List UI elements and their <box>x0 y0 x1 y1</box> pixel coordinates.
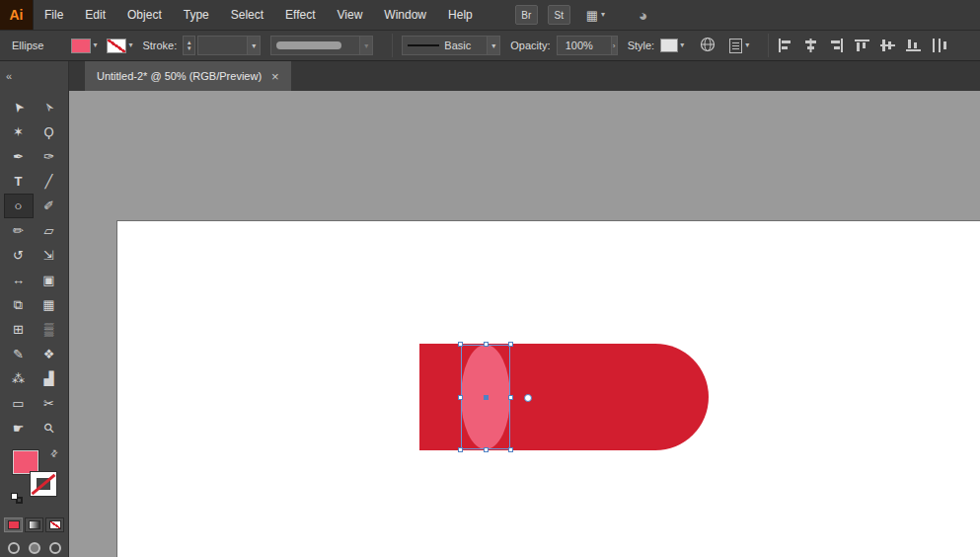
fill-color-picker[interactable]: ▾ <box>71 39 97 53</box>
tool-eyedropper[interactable]: ✎ <box>4 342 34 366</box>
tool-gradient[interactable]: ▒ <box>35 317 64 342</box>
document-tab[interactable]: Untitled-2* @ 50% (RGB/Preview) × <box>85 61 291 91</box>
close-tab-icon[interactable]: × <box>271 70 279 83</box>
draw-normal-icon[interactable] <box>8 542 20 554</box>
draw-behind-icon[interactable] <box>29 542 40 554</box>
tab-row: « Untitled-2* @ 50% (RGB/Preview) × <box>0 61 980 91</box>
paintbrush-tool-icon: ✐ <box>43 199 54 212</box>
none-button[interactable] <box>45 517 64 532</box>
bridge-button[interactable]: Br <box>515 5 538 25</box>
stroke-color-indicator[interactable] <box>31 472 56 496</box>
tool-curvature[interactable]: ✑ <box>35 144 64 169</box>
tool-pencil[interactable]: ✏ <box>4 218 34 243</box>
tool-type[interactable]: T <box>4 169 34 194</box>
style-label: Style: <box>628 40 655 51</box>
graphic-style-swatch-icon <box>660 39 678 52</box>
stock-button[interactable]: St <box>548 5 570 25</box>
shape-side-anchor-widget[interactable] <box>524 394 532 402</box>
tool-pen[interactable]: ✒ <box>4 144 34 169</box>
default-fill-stroke-icon[interactable] <box>11 493 23 504</box>
distribute-icon[interactable] <box>932 39 946 52</box>
selection-handle-top-center[interactable] <box>484 342 489 347</box>
graphic-style-picker[interactable]: ▾ <box>660 39 684 52</box>
fill-swatch-icon <box>71 39 91 53</box>
tool-artboard[interactable]: ▭ <box>4 391 34 416</box>
swap-fill-stroke-icon[interactable]: ⇄ <box>48 447 60 459</box>
tool-shape-builder[interactable]: ⧉ <box>4 292 34 317</box>
vertical-align-bottom-icon[interactable] <box>906 39 921 52</box>
drawing-mode-buttons <box>8 542 61 554</box>
align-group <box>778 39 844 52</box>
selection-handle-bottom-right[interactable] <box>508 447 513 452</box>
brush-definition-combo[interactable]: ▾ <box>270 36 373 55</box>
direct-selection-tool-icon: ➢ <box>40 99 57 115</box>
collapse-panel-icon[interactable]: « <box>6 70 11 82</box>
selection-handle-middle-left[interactable] <box>458 395 463 400</box>
opacity-input[interactable] <box>563 37 606 54</box>
chevron-down-icon: ▾ <box>680 41 684 49</box>
tool-blend[interactable]: ❖ <box>35 342 64 366</box>
tool-slice[interactable]: ✂ <box>35 391 64 416</box>
menu-effect[interactable]: Effect <box>274 0 326 30</box>
menu-select[interactable]: Select <box>220 0 274 30</box>
tool-zoom[interactable]: ⚲ <box>35 416 64 440</box>
menu-view[interactable]: View <box>327 0 374 30</box>
tool-magic-wand[interactable]: ✶ <box>4 119 34 144</box>
stroke-style-combo[interactable]: Basic ▾ <box>402 36 500 55</box>
tool-free-transform[interactable]: ▣ <box>35 268 64 292</box>
tool-hand[interactable]: ☛ <box>4 416 34 440</box>
selection-handle-top-left[interactable] <box>458 342 463 347</box>
menu-help[interactable]: Help <box>437 0 484 30</box>
selection-handle-top-right[interactable] <box>508 342 513 347</box>
recolor-artwork-globe-icon[interactable] <box>700 37 716 54</box>
stroke-weight-combo[interactable]: ▾ <box>197 36 261 55</box>
color-button[interactable] <box>4 517 23 532</box>
vertical-align-middle-icon[interactable] <box>880 39 895 52</box>
opacity-field[interactable]: › <box>557 36 618 55</box>
selection-handle-bottom-center[interactable] <box>484 447 489 452</box>
workspace-switcher[interactable]: ▦ ▾ <box>586 9 605 22</box>
tool-width[interactable]: ↔ <box>4 268 34 292</box>
menu-type[interactable]: Type <box>173 0 220 30</box>
selection-handle-bottom-left[interactable] <box>458 447 463 452</box>
app-logo[interactable]: Ai <box>0 0 34 30</box>
tool-lasso[interactable]: Ϙ <box>35 119 64 144</box>
zoom-tool-icon: ⚲ <box>41 421 57 437</box>
free-transform-tool-icon: ▣ <box>42 274 54 286</box>
tool-direct-selection[interactable]: ➢ <box>35 95 64 119</box>
canvas-area[interactable] <box>69 91 980 557</box>
pencil-tool-icon: ✏ <box>13 224 24 237</box>
eraser-tool-icon: ▱ <box>44 224 54 237</box>
default-fill-mini <box>11 493 18 500</box>
horizontal-align-left-icon[interactable] <box>778 39 792 52</box>
selection-center-point[interactable] <box>484 395 489 400</box>
tool-selection[interactable]: ➤ <box>4 95 34 119</box>
tool-scale[interactable]: ⇲ <box>35 243 64 268</box>
tool-symbol-sprayer[interactable]: ⁂ <box>4 366 34 391</box>
fill-color-indicator[interactable] <box>13 450 38 474</box>
tool-column-graph[interactable]: ▟ <box>35 366 64 391</box>
tool-perspective-grid[interactable]: ▦ <box>35 292 64 317</box>
menu-object[interactable]: Object <box>116 0 173 30</box>
width-tool-icon: ↔ <box>12 274 25 286</box>
tool-line-segment[interactable]: ╱ <box>35 169 64 194</box>
gradient-swatch-icon <box>29 520 40 529</box>
menu-window[interactable]: Window <box>373 0 437 30</box>
gradient-button[interactable] <box>25 517 43 532</box>
tool-rotate[interactable]: ↺ <box>4 243 34 268</box>
sync-icon[interactable]: ◕ <box>639 8 647 23</box>
document-setup-menu[interactable]: ▾ <box>729 39 749 53</box>
tool-mesh[interactable]: ⊞ <box>4 317 34 342</box>
selection-handle-middle-right[interactable] <box>508 395 513 400</box>
stroke-color-picker[interactable]: ▾ <box>107 39 132 53</box>
menu-file[interactable]: File <box>34 0 74 30</box>
stroke-weight-stepper[interactable]: ▲ ▼ <box>183 36 195 55</box>
vertical-align-top-icon[interactable] <box>855 39 869 52</box>
menu-edit[interactable]: Edit <box>74 0 116 30</box>
draw-inside-icon[interactable] <box>49 542 61 554</box>
tool-ellipse[interactable]: ○ <box>4 194 34 218</box>
tool-eraser[interactable]: ▱ <box>35 218 64 243</box>
tool-paintbrush[interactable]: ✐ <box>35 194 64 218</box>
horizontal-align-center-icon[interactable] <box>803 39 818 52</box>
horizontal-align-right-icon[interactable] <box>829 39 844 52</box>
